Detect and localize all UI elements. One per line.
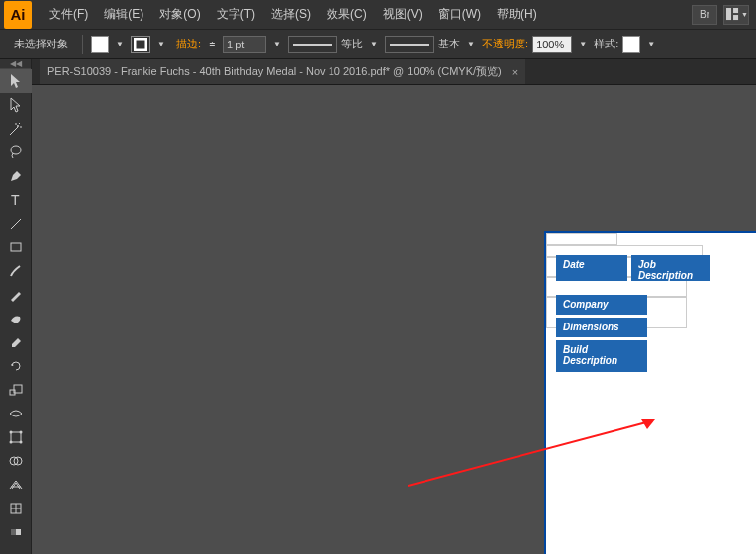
form-value-date[interactable] <box>546 233 617 245</box>
stroke-weight-dropdown[interactable]: ▼ <box>270 36 284 53</box>
brush-dropdown[interactable]: ▼ <box>464 36 478 53</box>
selection-status: 未选择对象 <box>8 37 74 51</box>
scale-tool[interactable] <box>0 378 32 402</box>
gradient-tool[interactable] <box>0 520 32 544</box>
perspective-grid-tool[interactable] <box>0 473 32 497</box>
stroke-swatch[interactable] <box>131 36 150 53</box>
rotate-tool[interactable] <box>0 354 32 378</box>
svg-rect-3 <box>135 39 146 50</box>
menu-object[interactable]: 对象(O) <box>151 6 208 23</box>
form-header-date[interactable]: Date <box>556 255 627 281</box>
document-title: PER-S10039 - Frankie Fuchs - 40th Birthd… <box>47 64 502 79</box>
blob-brush-tool[interactable] <box>0 307 32 330</box>
selection-tool[interactable] <box>0 69 32 93</box>
stroke-weight-field[interactable]: 1 pt <box>223 36 266 53</box>
svg-point-12 <box>10 431 13 434</box>
svg-point-15 <box>20 441 23 444</box>
style-label: 样式: <box>594 37 618 51</box>
form-header-company[interactable]: Company <box>556 295 647 315</box>
basic-label: 基本 <box>438 37 460 51</box>
menu-effect[interactable]: 效果(C) <box>319 6 375 23</box>
brush-sample[interactable] <box>385 36 434 53</box>
mesh-tool[interactable] <box>0 497 32 520</box>
free-transform-tool[interactable] <box>0 425 32 449</box>
uniform-dropdown[interactable]: ▼ <box>367 36 381 53</box>
menu-select[interactable]: 选择(S) <box>263 6 319 23</box>
app-logo: Ai <box>4 1 32 29</box>
svg-point-5 <box>11 146 21 154</box>
magic-wand-tool[interactable] <box>0 117 32 140</box>
svg-rect-2 <box>733 16 738 21</box>
svg-text:T: T <box>11 192 20 208</box>
bridge-button[interactable]: Br <box>692 5 717 25</box>
uniform-label: 等比 <box>341 37 363 51</box>
opacity-dropdown[interactable]: ▼ <box>576 36 590 53</box>
canvas[interactable]: Date Job Description Company Dimensions … <box>32 85 756 554</box>
style-dropdown[interactable]: ▼ <box>644 36 658 53</box>
eraser-tool[interactable] <box>0 330 32 354</box>
paintbrush-tool[interactable] <box>0 259 32 283</box>
opacity-label: 不透明度: <box>482 37 528 51</box>
menu-text[interactable]: 文字(T) <box>209 6 263 23</box>
pencil-tool[interactable] <box>0 283 32 307</box>
svg-rect-8 <box>11 243 21 251</box>
form-header-jobdesc[interactable]: Job Description <box>631 255 710 281</box>
tools-panel: ◀◀ T <box>0 59 32 554</box>
form-header-dimensions[interactable]: Dimensions <box>556 318 647 337</box>
fill-dropdown[interactable]: ▼ <box>113 36 127 53</box>
shape-builder-tool[interactable] <box>0 449 32 473</box>
rectangle-tool[interactable] <box>0 235 32 259</box>
opacity-field[interactable]: 100% <box>532 36 572 53</box>
menu-edit[interactable]: 编辑(E) <box>96 6 151 23</box>
svg-line-7 <box>11 219 21 229</box>
svg-rect-0 <box>726 8 731 20</box>
artboard[interactable]: Date Job Description Company Dimensions … <box>546 233 756 554</box>
document-tab[interactable]: PER-S10039 - Frankie Fuchs - 40th Birthd… <box>40 59 525 84</box>
fill-swatch[interactable] <box>91 36 109 53</box>
stroke-dropdown[interactable]: ▼ <box>154 36 168 53</box>
direct-selection-tool[interactable] <box>0 93 32 117</box>
svg-point-13 <box>20 431 23 434</box>
svg-point-4 <box>17 125 19 127</box>
menu-view[interactable]: 视图(V) <box>375 6 430 23</box>
form-header-build[interactable]: Build Description <box>556 340 647 372</box>
svg-rect-1 <box>733 8 738 13</box>
menu-window[interactable]: 窗口(W) <box>430 6 489 23</box>
svg-point-14 <box>10 441 13 444</box>
style-swatch[interactable] <box>622 36 640 53</box>
tools-expand[interactable]: ◀◀ <box>0 59 31 69</box>
stroke-stepper[interactable]: ≑ <box>205 36 219 53</box>
stroke-label: 描边: <box>176 37 201 51</box>
width-tool[interactable] <box>0 402 32 425</box>
svg-rect-11 <box>11 432 21 442</box>
svg-rect-22 <box>11 529 16 535</box>
tab-close-button[interactable]: × <box>512 66 518 78</box>
lasso-tool[interactable] <box>0 140 32 164</box>
stroke-profile[interactable] <box>288 36 337 53</box>
line-tool[interactable] <box>0 212 32 235</box>
menu-file[interactable]: 文件(F) <box>42 6 96 23</box>
type-tool[interactable]: T <box>0 188 32 212</box>
pen-tool[interactable] <box>0 164 32 188</box>
menu-help[interactable]: 帮助(H) <box>489 6 545 23</box>
arrange-button[interactable]: ▼ <box>723 5 749 25</box>
